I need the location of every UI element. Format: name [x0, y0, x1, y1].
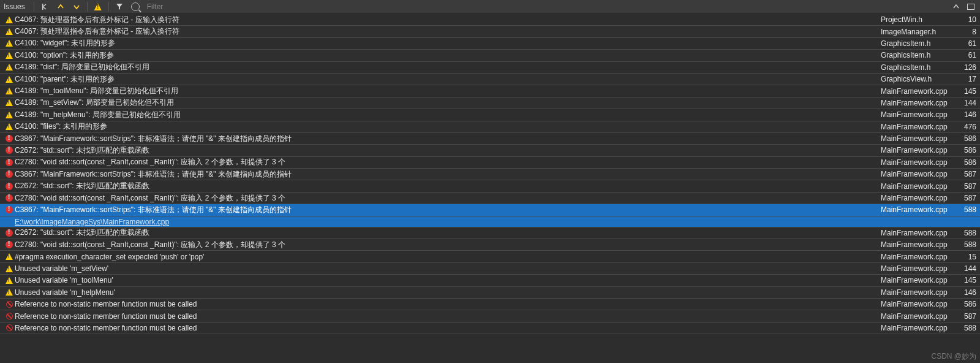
issue-line: 8: [954, 28, 980, 36]
issue-row[interactable]: Reference to non-static member function …: [0, 299, 980, 310]
issue-line: 61: [954, 39, 980, 48]
issue-row[interactable]: Reference to non-static member function …: [0, 310, 980, 322]
issue-icon-cell: [4, 88, 15, 94]
issue-icon-cell: [4, 147, 15, 154]
forbid-icon: [6, 301, 13, 308]
issue-icon-cell: [4, 52, 15, 59]
previous-button[interactable]: [55, 1, 66, 12]
issue-icon-cell: [4, 324, 15, 331]
issue-icon-cell: [4, 99, 15, 106]
arrow-left-icon: [41, 3, 48, 10]
warning-icon: [6, 28, 13, 35]
window-icon: [967, 4, 974, 10]
chevron-up-icon: [58, 4, 64, 10]
issue-row[interactable]: C2672: "std::sort": 未找到匹配的重载函数MainFramew…: [0, 227, 980, 239]
warning-icon: !: [94, 3, 102, 10]
issue-row[interactable]: C3867: "MainFramework::sortStrips": 非标准语…: [0, 204, 980, 216]
error-icon: [6, 159, 13, 166]
issue-row[interactable]: C4100: "files": 未引用的形参MainFramework.cpp4…: [0, 121, 980, 133]
warning-icon: [6, 88, 13, 94]
error-icon: [6, 241, 13, 248]
issue-line: 144: [954, 99, 980, 107]
issue-row[interactable]: C2672: "std::sort": 未找到匹配的重载函数MainFramew…: [0, 180, 980, 192]
issue-message: C4189: "m_helpMenu": 局部变量已初始化但不引用: [15, 110, 881, 120]
issue-file: MainFramework.cpp: [881, 229, 954, 237]
issue-file: MainFramework.cpp: [881, 300, 954, 308]
filter-categories-button[interactable]: [114, 1, 125, 12]
error-icon: [6, 229, 13, 237]
issue-line: 586: [954, 134, 980, 143]
separator: [108, 2, 109, 12]
window-menu-button[interactable]: [965, 1, 976, 12]
issue-row[interactable]: C4067: 预处理器指令后有意外标记 - 应输入换行符ImageManager…: [0, 26, 980, 37]
issue-row[interactable]: C4100: "widget": 未引用的形参GraphicsItem.h61: [0, 38, 980, 50]
issue-row[interactable]: Unused variable 'm_helpMenu'MainFramewor…: [0, 287, 980, 299]
issue-icon-cell: [4, 135, 15, 142]
issue-row[interactable]: C2672: "std::sort": 未找到匹配的重载函数MainFramew…: [0, 145, 980, 156]
warnings-toggle[interactable]: !: [92, 1, 104, 12]
issue-line: 587: [954, 170, 980, 178]
issue-message: C4189: "m_toolMenu": 局部变量已初始化但不引用: [15, 86, 881, 96]
issue-row[interactable]: C4189: "m_setView": 局部变量已初始化但不引用MainFram…: [0, 97, 980, 109]
issue-line: 145: [954, 276, 980, 285]
issues-list[interactable]: C4067: 预处理器指令后有意外标记 - 应输入换行符ProjectWin.h…: [0, 14, 980, 334]
filter-input[interactable]: [146, 2, 332, 12]
issue-icon-cell: [4, 159, 15, 166]
issue-message: C3867: "MainFramework::sortStrips": 非标准语…: [15, 134, 881, 144]
issue-line: 146: [954, 288, 980, 297]
issue-file: MainFramework.cpp: [881, 146, 954, 155]
issue-line: 476: [954, 123, 980, 131]
issue-row[interactable]: Unused variable 'm_toolMenu'MainFramewor…: [0, 275, 980, 286]
issue-row[interactable]: C2780: "void std::sort(const _RanIt,cons…: [0, 157, 980, 169]
next-button[interactable]: [71, 1, 82, 12]
issue-message: C4067: 预处理器指令后有意外标记 - 应输入换行符: [15, 26, 881, 37]
warning-icon: [6, 112, 13, 118]
issue-row[interactable]: C4100: "option": 未引用的形参GraphicsItem.h61: [0, 50, 980, 61]
issue-file: MainFramework.cpp: [881, 253, 954, 261]
warning-icon: [6, 76, 13, 83]
issue-message: C3867: "MainFramework::sortStrips": 非标准语…: [15, 205, 881, 215]
issue-row[interactable]: Unused variable 'm_setView'MainFramework…: [0, 263, 980, 275]
error-icon: [6, 183, 13, 190]
issue-row[interactable]: C4189: "dist": 局部变量已初始化但不引用GraphicsItem.…: [0, 62, 980, 74]
issue-row[interactable]: C4100: "parent": 未引用的形参GraphicsView.h17: [0, 74, 980, 85]
issue-icon-cell: [4, 301, 15, 308]
issue-message: C2780: "void std::sort(const _RanIt,cons…: [15, 193, 881, 204]
issue-row[interactable]: #pragma execution_character_set expected…: [0, 251, 980, 262]
issue-file: GraphicsItem.h: [881, 63, 954, 72]
issue-file: MainFramework.cpp: [881, 194, 954, 202]
issue-line: 587: [954, 194, 980, 202]
issue-icon-cell: [4, 123, 15, 130]
issue-file: ProjectWin.h: [881, 15, 954, 24]
watermark: CSDN @妙为: [931, 351, 976, 362]
issue-line: 587: [954, 182, 980, 191]
issue-row[interactable]: C4189: "m_toolMenu": 局部变量已初始化但不引用MainFra…: [0, 85, 980, 97]
issue-message: C3867: "MainFramework::sortStrips": 非标准语…: [15, 169, 881, 180]
separator: [87, 2, 88, 12]
issue-row[interactable]: C2780: "void std::sort(const _RanIt,cons…: [0, 239, 980, 251]
issue-message: C2780: "void std::sort(const _RanIt,cons…: [15, 157, 881, 167]
issue-message: Unused variable 'm_helpMenu': [15, 288, 881, 297]
issue-message: C2672: "std::sort": 未找到匹配的重载函数: [15, 181, 881, 191]
issue-path-link[interactable]: E:\work\ImageManageSys\MainFramework.cpp: [0, 216, 980, 227]
issue-row[interactable]: C3867: "MainFramework::sortStrips": 非标准语…: [0, 169, 980, 180]
issue-file: MainFramework.cpp: [881, 99, 954, 107]
error-icon: [6, 206, 13, 213]
chevron-down-icon: [74, 4, 80, 10]
search-button[interactable]: [130, 1, 141, 12]
issue-line: 15: [954, 253, 980, 261]
issue-row[interactable]: C2780: "void std::sort(const _RanIt,cons…: [0, 193, 980, 204]
issue-row[interactable]: C4067: 预处理器指令后有意外标记 - 应输入换行符ProjectWin.h…: [0, 14, 980, 26]
collapse-button[interactable]: [951, 1, 962, 12]
issue-message: #pragma execution_character_set expected…: [15, 253, 881, 261]
issue-row[interactable]: Reference to non-static member function …: [0, 323, 980, 334]
issue-message: C4189: "dist": 局部变量已初始化但不引用: [15, 62, 881, 72]
issue-icon-cell: [4, 76, 15, 83]
issue-row[interactable]: C4189: "m_helpMenu": 局部变量已初始化但不引用MainFra…: [0, 109, 980, 121]
prev-issue-button[interactable]: [39, 1, 50, 12]
issue-file: MainFramework.cpp: [881, 123, 954, 131]
issue-line: 588: [954, 240, 980, 249]
warning-icon: [6, 289, 13, 296]
issue-row[interactable]: C3867: "MainFramework::sortStrips": 非标准语…: [0, 133, 980, 145]
issue-file: MainFramework.cpp: [881, 264, 954, 273]
